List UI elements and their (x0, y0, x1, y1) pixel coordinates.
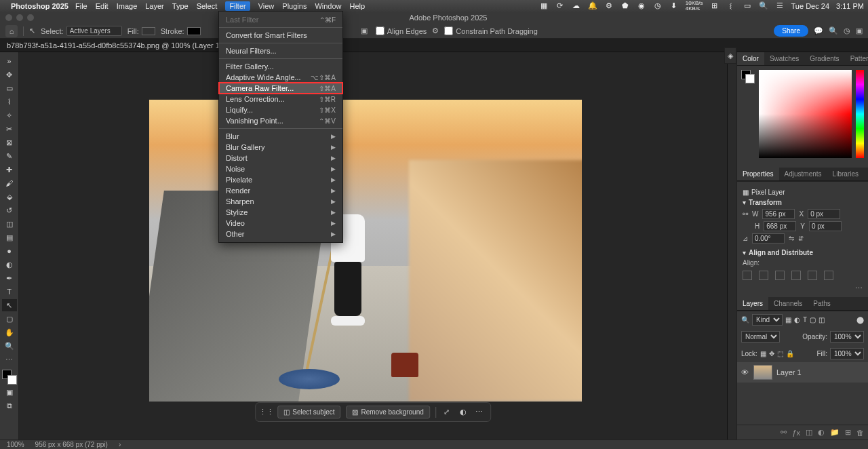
chevron-down-icon[interactable]: ▾ (743, 199, 746, 206)
eraser-tool-icon[interactable]: ◫ (2, 218, 17, 230)
layer-thumbnail[interactable] (753, 365, 772, 380)
menubar-clock-icon[interactable]: ◷ (653, 1, 663, 11)
menu-select[interactable]: Select (197, 2, 218, 10)
lock-pixels-icon[interactable]: ▦ (760, 350, 766, 357)
width-input[interactable] (762, 209, 795, 219)
link-wh-icon[interactable]: ⚯ (743, 210, 748, 218)
filter-adjust-icon[interactable]: ◐ (794, 316, 800, 324)
mi-pixelate[interactable]: Pixelate▶ (219, 174, 342, 185)
tab-paths[interactable]: Paths (808, 297, 836, 310)
align-bottom-icon[interactable] (824, 271, 833, 280)
mi-vanishing[interactable]: Vanishing Point...⌃⌘V (219, 115, 342, 126)
flip-v-icon[interactable]: ⇵ (798, 235, 804, 242)
quickmask-icon[interactable]: ▣ (2, 386, 17, 398)
dodge-tool-icon[interactable]: ◐ (2, 258, 17, 271)
mi-adaptive-wide[interactable]: Adaptive Wide Angle...⌥⇧⌘A (219, 72, 342, 83)
filter-pixel-icon[interactable]: ▦ (785, 316, 791, 324)
lock-artboard-icon[interactable]: ⬚ (777, 350, 783, 357)
menu-plugins[interactable]: Plugins (282, 2, 307, 10)
document-tab[interactable]: b78b793f-a51a-4191-a55d-d0fb8c55374b.png… (0, 39, 868, 52)
mi-camera-raw[interactable]: Camera Raw Filter...⇧⌘A (219, 83, 342, 94)
menu-edit[interactable]: Edit (96, 2, 108, 10)
mi-other[interactable]: Other▶ (219, 229, 342, 239)
blur-tool-icon[interactable]: ● (2, 245, 17, 257)
filter-toggle-icon[interactable]: ⬤ (856, 316, 864, 324)
menubar-battery-icon[interactable]: ▭ (743, 1, 752, 11)
history-brush-tool-icon[interactable]: ↺ (2, 204, 17, 216)
flip-h-icon[interactable]: ⇋ (789, 235, 794, 242)
layer-row[interactable]: 👁 Layer 1 (737, 362, 868, 383)
menu-layer[interactable]: Layer (145, 2, 164, 10)
wand-tool-icon[interactable]: ✧ (2, 109, 17, 121)
adjustment-layer-icon[interactable]: ◐ (818, 428, 825, 437)
blend-mode-dropdown[interactable]: Normal (741, 331, 780, 343)
mi-sharpen[interactable]: Sharpen▶ (219, 196, 342, 207)
link-layers-icon[interactable]: ⚯ (781, 428, 787, 437)
hand-tool-icon[interactable]: ✋ (2, 326, 17, 338)
mi-neural[interactable]: Neural Filters... (219, 45, 342, 56)
trash-icon[interactable]: 🗑 (856, 429, 864, 437)
menubar-box-icon[interactable]: ▦ (539, 1, 549, 11)
align-left-icon[interactable] (743, 271, 752, 280)
history-panel-icon[interactable]: ◷ (844, 26, 850, 35)
chevron-right-icon[interactable]: › (119, 441, 121, 448)
filter-smart-icon[interactable]: ◫ (818, 316, 825, 324)
drag-handle-icon[interactable]: ⋮⋮ (261, 407, 272, 418)
tab-color[interactable]: Color (737, 52, 764, 65)
tab-patterns[interactable]: Patterns (845, 52, 868, 65)
gear-icon[interactable]: ⚙ (432, 26, 439, 35)
mi-video[interactable]: Video▶ (219, 218, 342, 229)
layer-name[interactable]: Layer 1 (776, 368, 802, 376)
menubar-record-icon[interactable]: ◉ (637, 1, 646, 11)
pen-tool-icon[interactable]: ✒ (2, 272, 17, 284)
select-mode-dropdown[interactable]: Active Layers (66, 26, 122, 36)
docked-panel-icon[interactable]: ◈ (724, 47, 736, 64)
transform-icon[interactable]: ⤢ (441, 407, 452, 418)
eyedropper-tool-icon[interactable]: ✎ (2, 150, 17, 162)
angle-input[interactable] (752, 233, 785, 243)
canvas-scrollbar[interactable] (727, 52, 736, 440)
frame-tool-icon[interactable]: ⊠ (2, 136, 17, 149)
app-name[interactable]: Photoshop 2025 (11, 2, 68, 10)
tab-swatches[interactable]: Swatches (764, 52, 804, 65)
fill-swatch[interactable] (142, 27, 155, 35)
menubar-refresh-icon[interactable]: ⟳ (555, 1, 565, 11)
align-vcenter-icon[interactable] (808, 271, 817, 280)
menubar-control-icon[interactable]: ☰ (775, 1, 785, 11)
traffic-lights[interactable] (5, 14, 34, 21)
ellipsis-icon[interactable]: ⋯ (2, 353, 17, 366)
color-fgbg[interactable] (741, 70, 755, 83)
stamp-tool-icon[interactable]: ⬙ (2, 191, 17, 203)
path-align-icon[interactable]: ▣ (361, 26, 370, 36)
menubar-search-icon[interactable]: 🔍 (759, 1, 768, 11)
crop-tool-icon[interactable]: ✂ (2, 123, 17, 135)
group-icon[interactable]: 📁 (830, 428, 840, 437)
menubar-download-icon[interactable]: ⬇ (669, 1, 679, 11)
new-layer-icon[interactable]: ⊞ (845, 428, 851, 437)
collapse-toolbar-icon[interactable]: » (2, 55, 17, 67)
menubar-bell-icon[interactable]: 🔔 (588, 1, 597, 11)
lock-position-icon[interactable]: ✥ (769, 350, 774, 357)
align-right-icon[interactable] (775, 271, 785, 280)
visibility-icon[interactable]: 👁 (741, 368, 749, 376)
chevron-down-icon[interactable]: ▾ (743, 249, 746, 256)
menu-help[interactable]: Help (350, 2, 366, 10)
contextual-taskbar[interactable]: ⋮⋮ ◫Select subject ▨Remove background ⤢ … (255, 402, 491, 422)
lasso-tool-icon[interactable]: ⌇ (2, 96, 17, 108)
align-top-icon[interactable] (791, 271, 801, 280)
color-ramp[interactable] (759, 70, 852, 158)
hue-slider[interactable] (856, 70, 864, 158)
shape-tool-icon[interactable]: ▢ (2, 313, 17, 325)
constrain-path-checkbox[interactable] (444, 26, 453, 35)
mi-render[interactable]: Render▶ (219, 185, 342, 196)
tab-adjustments[interactable]: Adjustments (779, 168, 827, 180)
mi-lens-correction[interactable]: Lens Correction...⇧⌘R (219, 94, 342, 104)
menu-image[interactable]: Image (117, 2, 138, 10)
align-edges-checkbox[interactable] (376, 26, 384, 35)
select-subject-button[interactable]: ◫Select subject (277, 406, 340, 418)
gradient-tool-icon[interactable]: ▤ (2, 231, 17, 243)
align-hcenter-icon[interactable] (759, 271, 768, 280)
filter-type-icon[interactable]: T (803, 316, 807, 324)
menubar-grid-icon[interactable]: ⊞ (710, 1, 719, 11)
menubar-wifi-icon[interactable]: ⧙ (726, 1, 736, 11)
